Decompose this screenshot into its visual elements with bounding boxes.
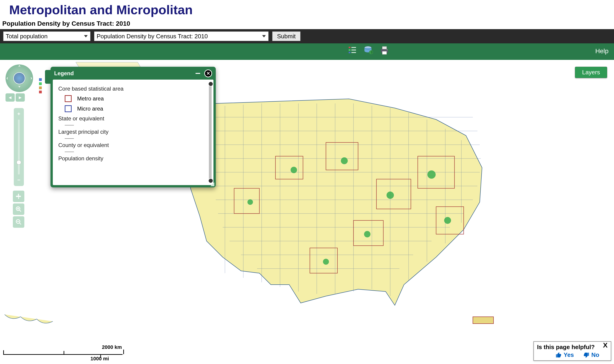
map-canvas[interactable]: ˄ ˅ › ‹ ◄ ► + − Legend — [0, 60, 614, 363]
metro-swatch-icon — [65, 95, 72, 102]
data-layers-icon[interactable] — [363, 44, 374, 56]
submit-button[interactable]: Submit — [272, 31, 300, 41]
print-icon[interactable] — [379, 44, 390, 56]
zoom-out-button[interactable]: − — [15, 176, 23, 184]
zoom-track[interactable] — [18, 119, 20, 175]
svg-point-26 — [291, 167, 297, 173]
legend-section-county: County or equivalent — [58, 142, 208, 148]
legend-section-density: Population density — [58, 155, 208, 162]
next-extent-button[interactable]: ► — [16, 93, 25, 102]
city-line-symbol-icon — [65, 138, 74, 139]
layers-button[interactable]: Layers — [575, 67, 607, 78]
svg-rect-1 — [351, 47, 356, 48]
legend-label-metro: Metro area — [77, 95, 104, 102]
svg-rect-5 — [351, 52, 356, 53]
query-bar: Total population Population Density by C… — [0, 29, 614, 43]
pan-west-icon[interactable]: ‹ — [6, 75, 8, 81]
svg-point-28 — [444, 217, 451, 224]
feedback-close-button[interactable]: X — [603, 341, 608, 349]
zoom-in-button[interactable]: + — [15, 110, 23, 118]
scale-label-mi: 1000 mi — [91, 356, 109, 362]
feedback-no-button[interactable]: No — [583, 351, 599, 359]
legend-body: Core based statistical area Metro area M… — [53, 79, 214, 185]
feedback-yes-button[interactable]: Yes — [555, 351, 574, 359]
legend-section-cbsa: Core based statistical area — [58, 86, 208, 92]
dataset-select[interactable]: Population Density by Census Tract: 2010 — [94, 31, 268, 41]
legend-close-button[interactable]: ✕ — [204, 69, 212, 77]
scale-label-km: 2000 km — [102, 344, 122, 350]
zoom-thumb[interactable] — [16, 160, 21, 165]
zoom-slider[interactable]: + − — [14, 108, 24, 186]
pan-north-icon[interactable]: ˄ — [18, 65, 21, 71]
svg-point-23 — [427, 170, 436, 179]
svg-rect-3 — [351, 50, 356, 51]
legend-scrollbar[interactable] — [209, 82, 212, 183]
page-subtitle: Population Density by Census Tract: 2010 — [0, 19, 614, 29]
prev-extent-button[interactable]: ◄ — [5, 93, 15, 102]
map-nav-cluster: ˄ ˅ › ‹ ◄ ► — [5, 65, 33, 102]
legend-minimize-button[interactable] — [196, 73, 200, 74]
legend-section-city: Largest principal city — [58, 129, 208, 135]
legend-color-dots — [39, 78, 42, 93]
help-link[interactable]: Help — [595, 48, 609, 55]
legend-title: Legend — [54, 70, 196, 77]
legend-panel: Legend ✕ Core based statistical area Met… — [51, 67, 216, 187]
legend-label-micro: Micro area — [77, 105, 103, 112]
svg-point-24 — [387, 192, 394, 199]
zoom-box-in-button[interactable] — [13, 203, 24, 215]
page-title: Metropolitan and Micropolitan — [0, 0, 614, 19]
feedback-no-label: No — [591, 351, 599, 359]
legend-resize-handle[interactable]: ◢ — [211, 181, 214, 187]
pan-tool-button[interactable] — [13, 191, 24, 202]
topic-select[interactable]: Total population — [3, 31, 91, 41]
svg-point-12 — [387, 49, 388, 50]
svg-point-29 — [247, 199, 253, 205]
svg-rect-31 — [473, 317, 494, 324]
legend-tab-handle[interactable] — [45, 70, 51, 84]
svg-line-37 — [20, 223, 21, 224]
svg-rect-10 — [382, 47, 387, 49]
feedback-question: Is this page helpful? — [537, 344, 595, 351]
svg-line-33 — [20, 210, 21, 212]
svg-rect-2 — [349, 49, 350, 51]
map-toolbar: Help — [0, 43, 614, 60]
svg-rect-11 — [382, 51, 387, 54]
svg-point-25 — [341, 157, 348, 164]
state-line-symbol-icon — [65, 125, 74, 125]
pan-south-icon[interactable]: ˅ — [18, 86, 21, 91]
svg-point-27 — [364, 231, 371, 237]
globe-icon[interactable] — [13, 72, 25, 84]
feedback-yes-label: Yes — [564, 351, 574, 359]
pan-east-icon[interactable]: › — [30, 75, 32, 81]
svg-rect-4 — [349, 52, 350, 53]
thumbs-down-icon — [583, 352, 589, 358]
pan-compass[interactable]: ˄ ˅ › ‹ — [5, 65, 33, 92]
micro-swatch-icon — [65, 105, 72, 112]
svg-rect-0 — [349, 47, 350, 48]
county-line-symbol-icon — [65, 152, 74, 152]
legend-toggle-icon[interactable] — [347, 44, 358, 56]
svg-point-30 — [323, 259, 329, 265]
thumbs-up-icon — [555, 352, 562, 358]
feedback-widget: Is this page helpful? X Yes No — [534, 341, 611, 361]
legend-section-state: State or equivalent — [58, 115, 208, 122]
zoom-box-out-button[interactable] — [13, 216, 24, 228]
